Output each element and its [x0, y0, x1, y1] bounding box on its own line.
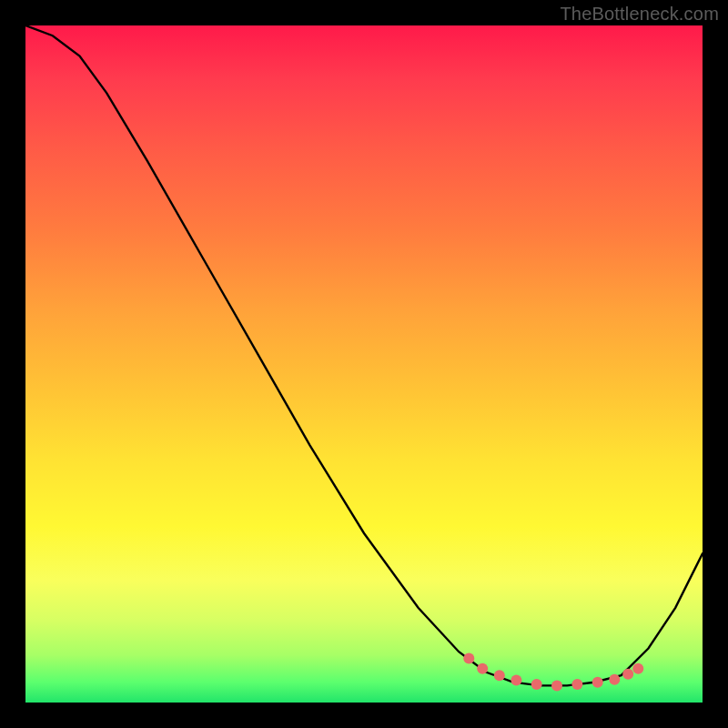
- optimal-marker: [494, 670, 505, 681]
- chart-svg: [25, 25, 703, 703]
- optimal-marker: [551, 680, 562, 691]
- optimal-marker: [511, 674, 521, 685]
- optimal-marker: [463, 653, 474, 664]
- optimal-range-markers: [463, 653, 643, 692]
- chart-frame: TheBottleneck.com: [0, 0, 728, 728]
- optimal-marker: [477, 663, 488, 674]
- plot-area: [25, 25, 703, 703]
- optimal-marker: [632, 663, 643, 674]
- curve-layer: [25, 25, 703, 685]
- optimal-marker: [622, 669, 633, 680]
- optimal-marker: [609, 674, 620, 685]
- bottleneck-curve: [25, 25, 703, 685]
- optimal-marker: [571, 679, 582, 690]
- optimal-marker: [592, 677, 603, 688]
- watermark-text: TheBottleneck.com: [560, 4, 719, 25]
- optimal-marker: [531, 679, 542, 690]
